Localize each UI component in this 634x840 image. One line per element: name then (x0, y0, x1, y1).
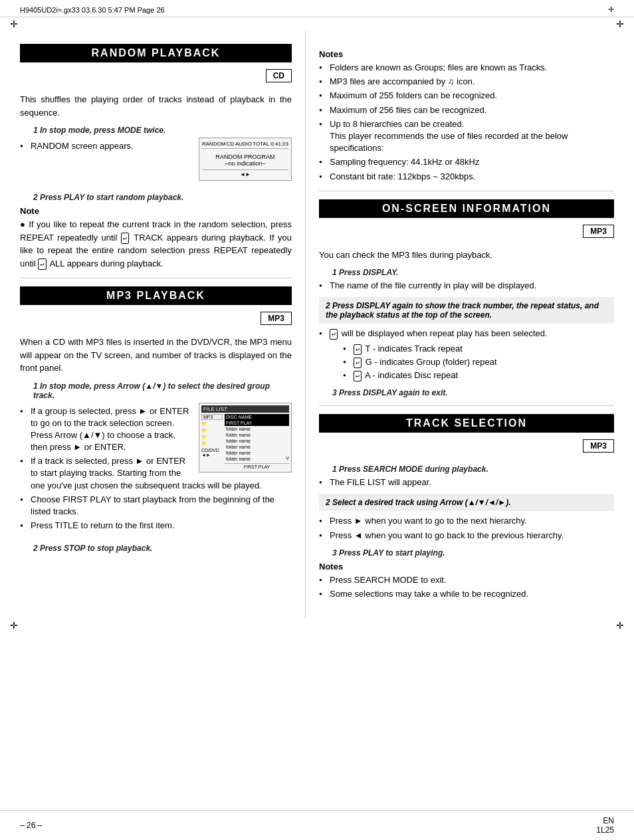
random-playback-intro: This shuffles the playing order of track… (20, 93, 292, 119)
repeat-group: ↩ G - indicates Group (folder) repeat (343, 356, 614, 368)
header-text: H9405UD2i≈.gx33 03.6.30 5:47 PM Page 26 (20, 6, 165, 14)
top-left-crosshair: ✛ (10, 19, 18, 29)
mp3-bullet4: Press TITLE to return to the first item. (20, 520, 292, 532)
track-notes-title: Notes (319, 562, 614, 572)
page-header: H9405UD2i≈.gx33 03.6.30 5:47 PM Page 26 … (0, 0, 634, 17)
track-bullet1: The FILE LIST will appear. (319, 476, 614, 488)
mp3-playback-title: MP3 PLAYBACK (20, 286, 292, 305)
mp3-badge-container: MP3 (20, 312, 292, 330)
random-note-text: ● If you like to repeat the current trac… (20, 218, 292, 270)
track-step3-label: 3 Press PLAY to start playing. (332, 548, 614, 558)
on-screen-bullet1: The name of the file currently in play w… (319, 280, 614, 292)
rs-controls: ◄► (240, 171, 251, 177)
track-note1: Press SEARCH MODE to exit. (319, 574, 614, 586)
note-item-5: Up to 8 hierarchies can be created. This… (319, 118, 614, 155)
rs-program: RANDOM PROGRAM (202, 154, 288, 160)
track-note2: Some selections may take a while to be r… (319, 588, 614, 600)
track-notes-list: Press SEARCH MODE to exit. Some selectio… (319, 574, 614, 600)
mp3-step2-label: 2 Press STOP to stop playback. (33, 544, 292, 553)
track-badge: MP3 (583, 439, 614, 453)
page-footer: – 26 – EN 1L25 (0, 810, 634, 840)
on-screen-step1-label: 1 Press DISPLAY. (332, 268, 614, 277)
on-screen-step2-label: 2 Press DISPLAY again to show the track … (319, 297, 614, 324)
on-screen-title: ON-SCREEN INFORMATION (319, 199, 614, 218)
rs-indication: –no indication– (202, 160, 288, 167)
repeat-track-icon: ↩ (121, 233, 129, 244)
track-prev-hierarchy: Press ◄ when you want to go back to the … (319, 530, 614, 542)
on-screen-repeat-bullet: ↩ will be displayed when repeat play has… (319, 328, 614, 381)
notes-section: Notes Folders are known as Groups; files… (319, 49, 614, 183)
right-column: Notes Folders are known as Groups; files… (306, 31, 634, 619)
on-screen-step3-label: 3 Press DISPLAY again to exit. (332, 388, 614, 397)
note-item-3: Maximum of 255 folders can be recognized… (319, 90, 614, 102)
repeat-track: ↩ T - indicates Track repeat (343, 343, 614, 355)
random-step2-label: 2 Press PLAY to start random playback. (33, 193, 292, 202)
header-crosshair: ✛ (608, 5, 614, 14)
left-column: RANDOM PLAYBACK CD This shuffles the pla… (0, 31, 306, 619)
on-screen-badge: MP3 (583, 225, 614, 238)
track-step1-bullets: The FILE LIST will appear. (319, 476, 614, 488)
on-screen-section: ON-SCREEN INFORMATION MP3 You can check … (319, 199, 614, 397)
cd-badge-container: CD (20, 69, 292, 88)
page-content: RANDOM PLAYBACK CD This shuffles the pla… (0, 31, 634, 619)
note-item-2: MP3 files are accompanied by ♫ icon. (319, 76, 614, 88)
mp3-step1-bullets: If a group is selected, press ► or ENTER… (20, 405, 292, 532)
random-note-label: Note (20, 206, 292, 216)
on-screen-badge-container: MP3 (319, 225, 614, 243)
mp3-playback-section: MP3 PLAYBACK MP3 When a CD with MP3 file… (20, 286, 292, 553)
track-next-hierarchy: Press ► when you want to go to the next … (319, 515, 614, 527)
repeat-display-icon: ↩ (330, 329, 338, 340)
mp3-intro: When a CD with MP3 files is inserted in … (20, 336, 292, 375)
note-item-7: Constant bit rate: 112kbps ~ 320kbps. (319, 171, 614, 183)
track-selection-title: TRACK SELECTION (319, 414, 614, 433)
repeat-disc: ↩ A - indicates Disc repeat (343, 369, 614, 381)
footer-version: EN 1L25 (596, 816, 614, 835)
track-step2-label: 2 Select a desired track using Arrow (▲/… (319, 494, 614, 511)
mp3-bullet1: If a group is selected, press ► or ENTER… (20, 405, 292, 454)
track-selection-section: TRACK SELECTION MP3 1 Press SEARCH MODE … (319, 414, 614, 600)
right-divider-1 (319, 191, 614, 191)
bottom-right-crosshair: ✛ (616, 620, 624, 631)
note-item-4: Maximum of 256 files can be recognized. (319, 104, 614, 116)
random-bullet1: RANDOM screen appears. (20, 140, 292, 152)
note-item-1: Folders are known as Groups; files are k… (319, 62, 614, 74)
section-divider-1 (20, 278, 292, 278)
mp3-badge: MP3 (261, 312, 292, 325)
random-playback-title: RANDOM PLAYBACK (20, 44, 292, 62)
cd-badge: CD (266, 69, 292, 82)
on-screen-step1-bullets: The name of the file currently in play w… (319, 280, 614, 292)
track-badge-container: MP3 (319, 439, 614, 458)
track-step1-label: 1 Press SEARCH MODE during playback. (332, 465, 614, 474)
random-step1-bullets: RANDOM screen appears. (20, 140, 292, 152)
random-playback-section: RANDOM PLAYBACK CD This shuffles the pla… (20, 44, 292, 270)
notes-title: Notes (319, 49, 614, 59)
top-right-crosshair: ✛ (616, 19, 624, 29)
random-step1-label: 1 In stop mode, press MODE twice. (33, 126, 292, 135)
right-divider-2 (319, 405, 614, 406)
on-screen-intro: You can check the MP3 files during playb… (319, 249, 614, 262)
track-step2-bullets: Press ► when you want to go to the next … (319, 515, 614, 541)
mp3-bullet2: If a track is selected, press ► or ENTER… (20, 455, 292, 492)
on-screen-step2-bullets: ↩ will be displayed when repeat play has… (319, 328, 614, 381)
bottom-left-crosshair: ✛ (10, 620, 18, 631)
footer-page-number: – 26 – (20, 821, 42, 830)
mp3-step1-label: 1 In stop mode, press Arrow (▲/▼) to sel… (33, 381, 292, 400)
repeat-all-icon: ↩ (38, 259, 46, 270)
notes-list: Folders are known as Groups; files are k… (319, 62, 614, 183)
note-item-6: Sampling frequency: 44.1kHz or 48kHz (319, 156, 614, 168)
mp3-bullet3: Choose FIRST PLAY to start playback from… (20, 494, 292, 518)
